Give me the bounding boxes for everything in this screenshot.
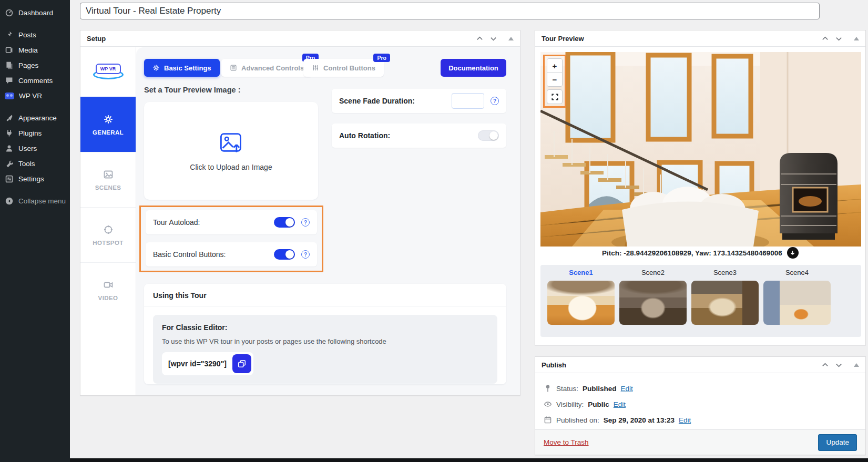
sidebar-item-dashboard[interactable]: Dashboard xyxy=(0,5,70,20)
pin-icon xyxy=(5,30,14,39)
sidebar-item-settings[interactable]: Settings xyxy=(0,171,70,187)
setup-panel-header: Setup xyxy=(80,30,520,47)
setup-content: Basic Settings Advanced Controls Pro Con… xyxy=(136,47,520,395)
tab-hotspot[interactable]: HOTSPOT xyxy=(80,207,136,262)
set-default-view-button[interactable] xyxy=(787,247,799,259)
move-up-icon[interactable] xyxy=(821,361,829,369)
bottom-edge-strip xyxy=(70,458,868,462)
panorama-viewer[interactable]: + − xyxy=(540,52,861,247)
scene-label[interactable]: Scene4 xyxy=(785,269,809,279)
sliders-icon xyxy=(312,64,319,71)
shortcode-pill: [wpvr id="3290"] xyxy=(162,352,253,375)
help-icon[interactable] xyxy=(491,97,499,105)
publish-panel-header: Publish xyxy=(535,357,865,373)
sidebar-item-users[interactable]: Users xyxy=(0,141,70,156)
upload-image-dropzone[interactable]: Click to Upload an Image xyxy=(144,102,318,200)
using-this-tour-card: Using this Tour For Classic Editor: To u… xyxy=(144,284,506,384)
scene-label[interactable]: Scene2 xyxy=(641,269,665,279)
edit-published-on-link[interactable]: Edit xyxy=(679,416,691,424)
scene-item-4[interactable]: Scene4 xyxy=(763,269,831,337)
move-down-icon[interactable] xyxy=(835,35,843,43)
tab-advanced-controls[interactable]: Advanced Controls Pro xyxy=(221,59,312,77)
fullscreen-button[interactable] xyxy=(547,89,563,104)
auto-rotation-toggle[interactable] xyxy=(478,130,499,141)
sidebar-item-appearance[interactable]: Appearance xyxy=(0,110,70,126)
scene-thumbnail[interactable] xyxy=(547,281,615,325)
wpvr-goggles-icon xyxy=(5,93,14,99)
zoom-out-button[interactable]: − xyxy=(547,73,562,86)
pages-icon xyxy=(5,61,14,70)
post-title-input[interactable] xyxy=(80,3,820,19)
zoom-in-button[interactable]: + xyxy=(547,59,562,73)
settings-icon xyxy=(5,174,14,183)
collapse-panel-icon[interactable] xyxy=(508,37,514,40)
scene-item-3[interactable]: Scene3 xyxy=(691,269,759,337)
zoom-controls-highlight: + − xyxy=(543,55,566,108)
sidebar-item-tools[interactable]: Tools xyxy=(0,156,70,171)
image-icon xyxy=(103,169,114,180)
sidebar-item-collapse-menu[interactable]: Collapse menu xyxy=(0,193,70,209)
move-up-icon[interactable] xyxy=(476,35,484,43)
tab-general[interactable]: GENERAL xyxy=(80,97,136,152)
tour-autoload-setting: Tour Autoload: xyxy=(146,210,317,234)
sidebar-item-label: Settings xyxy=(18,175,44,183)
copy-shortcode-button[interactable] xyxy=(232,354,251,373)
publish-panel-title: Publish xyxy=(542,361,566,369)
scene-thumbnail[interactable] xyxy=(691,281,759,325)
sidebar-item-pages[interactable]: Pages xyxy=(0,58,70,73)
tab-scenes[interactable]: SCENES xyxy=(80,152,136,207)
scene-thumbnail[interactable] xyxy=(619,281,687,325)
upload-image-text: Click to Upload an Image xyxy=(190,163,272,171)
tour-preview-header: Tour Preview xyxy=(535,30,865,47)
dashboard-icon xyxy=(5,8,14,17)
help-icon[interactable] xyxy=(301,218,310,227)
setup-side-rail: WP VR GENERAL SCENES HOTSPOT VIDE xyxy=(80,47,136,395)
edit-visibility-link[interactable]: Edit xyxy=(614,401,626,408)
sidebar-item-posts[interactable]: Posts xyxy=(0,27,70,43)
move-up-icon[interactable] xyxy=(821,35,829,43)
plugins-icon xyxy=(5,129,14,138)
users-icon xyxy=(5,144,14,153)
classic-editor-box: For Classic Editor: To use this WP VR to… xyxy=(153,315,497,384)
scene-thumbnail[interactable] xyxy=(763,281,831,325)
tour-autoload-toggle[interactable] xyxy=(274,217,295,228)
scene-item-1[interactable]: Scene1 xyxy=(547,269,615,337)
eye-icon xyxy=(544,400,552,408)
documentation-button[interactable]: Documentation xyxy=(441,59,506,77)
help-icon[interactable] xyxy=(301,250,310,259)
sidebar-item-plugins[interactable]: Plugins xyxy=(0,126,70,141)
gear-icon xyxy=(152,64,160,71)
move-to-trash-link[interactable]: Move to Trash xyxy=(544,438,589,446)
tab-label: SCENES xyxy=(95,184,121,191)
scene-label[interactable]: Scene1 xyxy=(569,269,593,279)
setup-panel: Setup WP VR GENERAL xyxy=(80,30,520,396)
move-down-icon[interactable] xyxy=(835,361,843,369)
status-label: Status: xyxy=(556,385,578,393)
collapse-panel-icon[interactable] xyxy=(854,363,859,367)
move-down-icon[interactable] xyxy=(489,35,497,43)
tab-control-buttons[interactable]: Control Buttons Pro xyxy=(303,59,384,77)
setup-panel-title: Setup xyxy=(87,35,106,43)
scene-fade-duration-input[interactable] xyxy=(452,93,484,109)
scene-fade-duration-setting: Scene Fade Duration: xyxy=(332,89,506,113)
fullscreen-icon xyxy=(551,93,559,101)
scene-strip: Scene1 Scene2 Scene3 Scene4 xyxy=(540,265,861,337)
comments-icon xyxy=(5,76,14,85)
edit-status-link[interactable]: Edit xyxy=(621,385,633,393)
sidebar-item-wpvr[interactable]: WP VR xyxy=(0,88,70,104)
scene-item-2[interactable]: Scene2 xyxy=(619,269,687,337)
collapse-panel-icon[interactable] xyxy=(854,37,859,40)
update-button[interactable]: Update xyxy=(818,434,857,451)
sidebar-item-media[interactable]: Media xyxy=(0,43,70,58)
sidebar-item-label: Tools xyxy=(18,160,35,168)
panorama-art xyxy=(540,52,861,247)
classic-editor-heading: For Classic Editor: xyxy=(162,323,488,332)
visibility-label: Visibility: xyxy=(556,401,584,408)
published-on-label: Published on: xyxy=(556,416,599,424)
tab-video[interactable]: VIDEO xyxy=(80,262,136,317)
scene-label[interactable]: Scene3 xyxy=(713,269,737,279)
tab-basic-settings[interactable]: Basic Settings xyxy=(144,59,220,77)
sidebar-item-label: Appearance xyxy=(18,114,57,122)
basic-control-buttons-toggle[interactable] xyxy=(274,249,295,260)
sidebar-item-comments[interactable]: Comments xyxy=(0,73,70,88)
